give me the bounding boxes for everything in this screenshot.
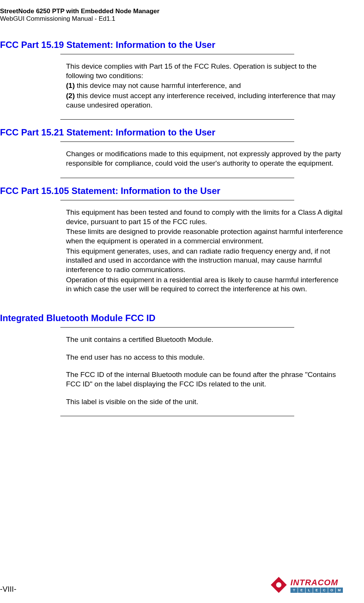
body-paragraph: Operation of this equipment in a residen… — [66, 275, 343, 294]
section-body: This device complies with Part 15 of the… — [66, 62, 343, 110]
body-paragraph: The unit contains a certified Bluetooth … — [66, 335, 343, 345]
body-paragraph: These limits are designed to provide rea… — [66, 227, 343, 246]
header-title: StreetNode 6250 PTP with Embedded Node M… — [0, 8, 343, 15]
body-paragraph: The end user has no access to this modul… — [66, 353, 343, 362]
body-paragraph: (1) this device may not cause harmful in… — [66, 81, 343, 91]
section-heading: FCC Part 15.19 Statement: Information to… — [0, 40, 343, 50]
page-number: -VIII- — [0, 585, 16, 594]
footer: -VIII- INTRACOM TELECOM — [0, 577, 343, 594]
section-body: This equipment has been tested and found… — [66, 208, 343, 294]
divider — [60, 178, 294, 178]
document-header: StreetNode 6250 PTP with Embedded Node M… — [0, 8, 343, 23]
header-subtitle: WebGUI Commissioning Manual - Ed1.1 — [0, 15, 343, 23]
divider — [60, 200, 294, 200]
company-logo: INTRACOM TELECOM — [270, 577, 343, 594]
body-paragraph: The FCC ID of the internal Bluetooth mod… — [66, 370, 343, 389]
section-heading: FCC Part 15.21 Statement: Information to… — [0, 127, 343, 138]
logo-icon — [270, 577, 287, 594]
section-body: Changes or modifications made to this eq… — [66, 149, 343, 168]
body-paragraph: (2) this device must accept any interfer… — [66, 91, 343, 110]
divider — [60, 416, 294, 416]
body-paragraph: This label is visible on the side of the… — [66, 397, 343, 407]
logo-brandname: INTRACOM — [290, 578, 343, 588]
divider — [60, 119, 294, 120]
divider — [60, 54, 294, 54]
body-paragraph: This equipment generates, uses, and can … — [66, 247, 343, 275]
body-paragraph: This device complies with Part 15 of the… — [66, 62, 343, 80]
logo-subbrand: TELECOM — [290, 588, 343, 593]
section-heading: FCC Part 15.105 Statement: Information t… — [0, 186, 343, 196]
logo-text: INTRACOM TELECOM — [290, 578, 343, 593]
section-heading: Integrated Bluetooth Module FCC ID — [0, 313, 343, 323]
body-paragraph: This equipment has been tested and found… — [66, 208, 343, 226]
divider — [60, 142, 294, 142]
section-body: The unit contains a certified Bluetooth … — [66, 335, 343, 406]
divider — [60, 327, 294, 328]
main-content: FCC Part 15.19 Statement: Information to… — [0, 40, 343, 416]
body-paragraph: Changes or modifications made to this eq… — [66, 149, 343, 168]
